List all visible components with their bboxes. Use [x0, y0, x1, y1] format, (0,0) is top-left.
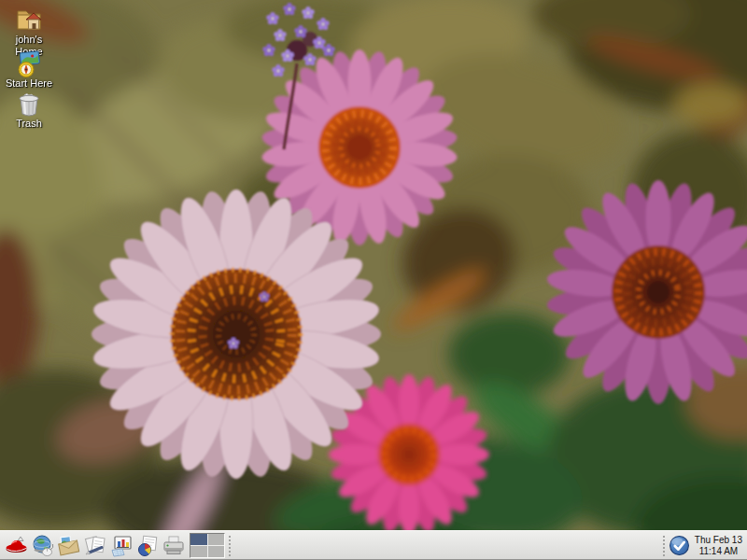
workspace-4[interactable]	[208, 546, 225, 557]
word-processor-button[interactable]	[82, 533, 107, 558]
main-menu-button[interactable]	[4, 533, 29, 558]
desktop-icon-label: Start Here	[2, 77, 56, 90]
globe-mouse-icon	[31, 534, 55, 558]
clock-applet[interactable]: Thu Feb 13 11:14 AM	[693, 535, 747, 556]
desktop-icon-trash[interactable]: Trash	[2, 90, 56, 130]
print-manager-button[interactable]	[161, 533, 186, 558]
documents-pen-icon	[83, 534, 107, 558]
web-browser-button[interactable]	[30, 533, 55, 558]
printer-icon	[162, 534, 186, 558]
red-hat-menu-icon	[5, 534, 29, 558]
spreadsheet-button[interactable]	[108, 533, 134, 558]
clock-date: Thu Feb 13	[695, 535, 742, 546]
workspace-switcher	[190, 533, 225, 558]
update-notification-button[interactable]	[669, 535, 690, 556]
presentation-button[interactable]	[134, 533, 160, 558]
home-folder-icon	[13, 3, 45, 34]
desktop[interactable]: john's Home Start Here Trash	[0, 0, 747, 560]
panel-launchers	[0, 533, 186, 558]
envelope-photo-icon	[57, 534, 81, 558]
wallpaper-flowers-photo	[0, 0, 747, 560]
workspace-3[interactable]	[190, 546, 207, 557]
update-check-icon	[669, 535, 690, 556]
workspace-2[interactable]	[208, 534, 225, 545]
start-here-icon	[14, 49, 44, 77]
notification-area-drag-handle[interactable]	[663, 536, 665, 556]
desktop-icon-start-here[interactable]: Start Here	[2, 49, 56, 90]
email-button[interactable]	[56, 533, 81, 558]
pie-chart-document-icon	[135, 534, 160, 558]
workspace-1[interactable]	[190, 534, 207, 545]
window-list-drag-handle[interactable]	[229, 536, 231, 556]
chart-screen-icon	[109, 534, 134, 558]
trash-icon	[13, 90, 45, 118]
desktop-icon-label: Trash	[2, 118, 56, 130]
clock-time: 11:14 AM	[695, 546, 742, 557]
bottom-panel: Thu Feb 13 11:14 AM	[0, 530, 747, 560]
